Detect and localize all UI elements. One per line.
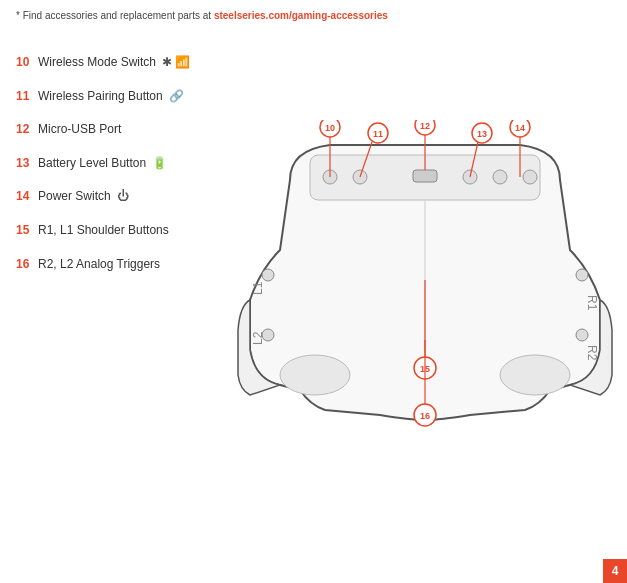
item-label: Wireless Pairing Button <box>38 89 163 105</box>
item-label: R1, L1 Shoulder Buttons <box>38 223 169 239</box>
svg-point-16 <box>280 355 350 395</box>
list-item: 13 Battery Level Button 🔋 <box>16 156 190 172</box>
svg-point-12 <box>262 329 274 341</box>
svg-point-5 <box>493 170 507 184</box>
svg-rect-3 <box>413 170 437 182</box>
svg-point-14 <box>576 329 588 341</box>
note-prefix: * Find accessories and replacement parts… <box>16 10 214 21</box>
svg-point-17 <box>500 355 570 395</box>
item-number: 15 <box>16 223 38 239</box>
list-item: 11 Wireless Pairing Button 🔗 <box>16 89 190 105</box>
item-label: Power Switch <box>38 189 111 205</box>
item-number: 13 <box>16 156 38 172</box>
accessories-link[interactable]: steelseries.com/gaming-accessories <box>214 10 388 21</box>
controller-svg: L1 R1 L2 R2 10 11 <box>230 120 620 430</box>
list-item: 10 Wireless Mode Switch ✱ 📶 <box>16 55 190 71</box>
svg-text:16: 16 <box>420 411 430 421</box>
svg-text:R1: R1 <box>585 295 599 311</box>
list-item: 16 R2, L2 Analog Triggers <box>16 257 190 273</box>
controller-diagram: L1 R1 L2 R2 10 11 <box>230 120 620 430</box>
item-number: 12 <box>16 122 38 138</box>
svg-text:12: 12 <box>420 121 430 131</box>
svg-point-6 <box>523 170 537 184</box>
item-label: Micro-USB Port <box>38 122 121 138</box>
battery-level-button-label: Battery Level Button <box>38 156 146 172</box>
item-number: 16 <box>16 257 38 273</box>
item-label: R2, L2 Analog Triggers <box>38 257 160 273</box>
svg-text:10: 10 <box>325 123 335 133</box>
item-number: 14 <box>16 189 38 205</box>
page-badge: 4 <box>603 559 627 583</box>
parts-list: 10 Wireless Mode Switch ✱ 📶 11 Wireless … <box>16 55 190 290</box>
page-number: 4 <box>612 564 619 578</box>
svg-point-11 <box>262 269 274 281</box>
header-note: * Find accessories and replacement parts… <box>16 10 388 21</box>
item-number: 10 <box>16 55 38 71</box>
svg-point-13 <box>576 269 588 281</box>
bluetooth-icon: ✱ 📶 <box>162 55 190 71</box>
list-item: 12 Micro-USB Port <box>16 122 190 138</box>
battery-icon: 🔋 <box>152 156 167 172</box>
svg-text:11: 11 <box>373 129 383 139</box>
list-item: 14 Power Switch ⏻ <box>16 189 190 205</box>
list-item: 15 R1, L1 Shoulder Buttons <box>16 223 190 239</box>
svg-text:13: 13 <box>477 129 487 139</box>
item-label: Wireless Mode Switch <box>38 55 156 71</box>
link-icon: 🔗 <box>169 89 184 105</box>
svg-text:R2: R2 <box>585 345 599 361</box>
page-container: * Find accessories and replacement parts… <box>0 0 627 583</box>
power-icon: ⏻ <box>117 189 129 205</box>
svg-text:L1: L1 <box>251 281 265 295</box>
item-number: 11 <box>16 89 38 105</box>
svg-text:14: 14 <box>515 123 525 133</box>
